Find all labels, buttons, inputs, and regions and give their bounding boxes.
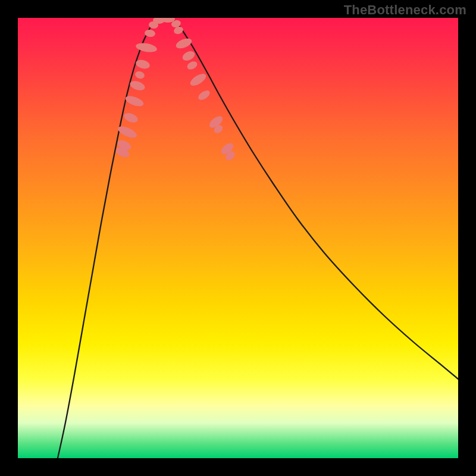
chart-frame: TheBottleneck.com [0, 0, 476, 476]
data-bead [181, 49, 196, 62]
data-bead [186, 60, 199, 71]
left-curve [58, 18, 162, 458]
watermark-text: TheBottleneck.com [344, 2, 466, 18]
chart-svg [18, 18, 458, 458]
right-curve [171, 18, 458, 379]
data-bead [174, 36, 193, 50]
data-bead [129, 79, 146, 92]
data-bead [134, 70, 146, 80]
data-bead [123, 111, 139, 124]
beads-right-group [171, 19, 237, 162]
data-bead [135, 42, 158, 54]
data-bead [189, 71, 208, 88]
data-bead [135, 58, 151, 70]
data-bead [197, 89, 212, 102]
curves-group [58, 18, 458, 458]
